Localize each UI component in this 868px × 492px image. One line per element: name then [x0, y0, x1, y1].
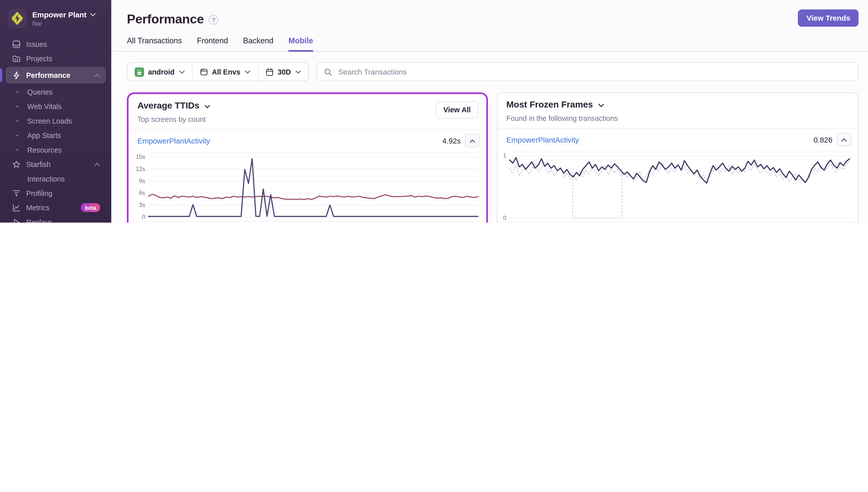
svg-text:0: 0 [142, 214, 145, 219]
org-switcher[interactable]: Empower Plant Nar [0, 8, 111, 37]
org-subtitle: Nar [32, 20, 95, 26]
sidebar-item-replays[interactable]: Replays [5, 215, 106, 223]
bullet-icon: • [12, 117, 22, 124]
svg-text:0: 0 [503, 215, 506, 220]
page-filters: android All Envs 30D [127, 63, 309, 81]
transaction-link[interactable]: EmpowerPlantActivity [137, 137, 210, 145]
org-name: Empower Plant [32, 10, 86, 19]
sidebar-item-resources[interactable]: •Resources [5, 143, 106, 157]
panel-title-dropdown[interactable]: Most Frozen Frames [506, 100, 849, 110]
sidebar-item-performance[interactable]: Performance [5, 67, 106, 83]
metric-value: 4.92s [442, 137, 461, 145]
sidebar-item-label: Starfish [26, 160, 51, 168]
environment-filter[interactable]: All Envs [192, 63, 258, 81]
chevron-down-icon [245, 70, 250, 74]
main-content: Performance ? View Trends All Transactio… [111, 0, 868, 223]
tab-all-transactions[interactable]: All Transactions [127, 36, 182, 51]
issues-icon [11, 40, 21, 48]
sidebar-item-projects[interactable]: Projects [5, 51, 106, 66]
bullet-icon: • [12, 146, 22, 153]
chevron-up-icon [94, 73, 100, 77]
svg-text:9s: 9s [139, 178, 145, 184]
date-range-label: 30D [278, 68, 291, 76]
bullet-icon: • [12, 103, 22, 110]
svg-text:6s: 6s [139, 190, 145, 196]
metric-value: 0.826 [814, 136, 833, 144]
environment-filter-label: All Envs [212, 68, 240, 76]
sidebar-item-queries[interactable]: •Queries [5, 84, 106, 99]
panel-subtitle: Found in the following transactions [506, 114, 849, 122]
svg-text:15s: 15s [136, 154, 145, 160]
chevron-down-icon [598, 103, 604, 107]
date-range-filter[interactable]: 30D [258, 63, 308, 81]
chevron-down-icon [90, 13, 95, 16]
chevron-down-icon [204, 104, 210, 108]
svg-text:1: 1 [503, 152, 506, 159]
filter-bar: android All Envs 30D [111, 52, 868, 81]
project-filter-label: android [148, 68, 175, 76]
page-title: Performance [127, 11, 204, 27]
tab-bar: All TransactionsFrontendBackendMobile [111, 27, 868, 51]
sidebar-item-app-starts[interactable]: •App Starts [5, 128, 106, 142]
page-header: Performance ? View Trends All Transactio… [111, 0, 868, 52]
metrics-badge: beta [81, 203, 100, 212]
view-trends-button[interactable]: View Trends [798, 9, 859, 27]
panel-title: Most Frozen Frames [506, 100, 593, 110]
sidebar-item-label: Metrics [26, 203, 50, 212]
tab-mobile[interactable]: Mobile [288, 36, 313, 51]
sidebar-item-starfish[interactable]: Starfish [5, 157, 106, 171]
sidebar-item-label: Screen Loads [27, 117, 72, 125]
metrics-icon [11, 203, 21, 212]
tab-frontend[interactable]: Frontend [197, 36, 228, 51]
project-filter[interactable]: android [127, 63, 192, 81]
collapse-row-button[interactable] [837, 133, 851, 146]
panel-subtitle: Top screens by count [137, 115, 477, 124]
sidebar-item-label: Projects [26, 54, 52, 63]
view-all-button[interactable]: View All [435, 101, 479, 119]
play-icon [11, 218, 21, 223]
sidebar: Empower Plant Nar IssuesProjectsPerforma… [0, 0, 111, 223]
sidebar-item-interactions[interactable]: Interactions [5, 171, 106, 186]
sidebar-nav: IssuesProjectsPerformance•Queries•Web Vi… [0, 37, 111, 223]
sidebar-item-screen-loads[interactable]: •Screen Loads [5, 114, 106, 128]
svg-text:3s: 3s [139, 202, 145, 208]
collapse-row-button[interactable] [465, 134, 480, 148]
sidebar-item-web-vitals[interactable]: •Web Vitals [5, 99, 106, 113]
sidebar-item-profiling[interactable]: Profiling [5, 186, 106, 200]
average-ttids-panel: Average TTIDs Top screens by count View … [127, 92, 488, 223]
environment-icon [200, 68, 208, 76]
star-icon [11, 160, 21, 168]
calendar-icon [265, 68, 274, 76]
average-ttids-chart: 15s12s9s6s3s0 [132, 151, 479, 219]
lightning-icon [11, 71, 21, 79]
sidebar-item-label: Replays [26, 218, 52, 223]
sidebar-item-label: App Starts [27, 131, 61, 140]
chevron-up-icon [94, 162, 100, 166]
most-frozen-frames-chart: 10 [501, 150, 850, 220]
app-window: Empower Plant Nar IssuesProjectsPerforma… [0, 0, 868, 223]
sidebar-item-metrics[interactable]: Metricsbeta [5, 200, 106, 215]
sidebar-item-label: Profiling [26, 189, 52, 197]
sidebar-item-label: Web Vitals [27, 102, 61, 110]
tab-backend[interactable]: Backend [243, 36, 273, 51]
bullet-icon: • [12, 132, 22, 139]
search-input[interactable] [337, 67, 851, 77]
sidebar-item-label: Queries [27, 88, 53, 96]
bullet-icon: • [12, 89, 22, 95]
search-icon [324, 68, 332, 76]
panel-title: Average TTIDs [137, 101, 199, 111]
help-tooltip-icon[interactable]: ? [209, 15, 219, 25]
sidebar-item-label: Issues [26, 40, 47, 48]
svg-text:12s: 12s [136, 166, 145, 172]
sidebar-item-issues[interactable]: Issues [5, 37, 106, 51]
profiling-icon [11, 189, 21, 197]
sidebar-item-label: Resources [27, 146, 62, 154]
android-project-icon [135, 67, 144, 77]
org-logo-icon [8, 9, 27, 28]
transaction-link[interactable]: EmpowerPlantActivity [506, 136, 579, 144]
search-field [316, 63, 859, 81]
panel-title-dropdown[interactable]: Average TTIDs [137, 101, 477, 111]
sidebar-item-label: Performance [26, 71, 71, 79]
chevron-down-icon [179, 70, 184, 74]
sidebar-item-label: Interactions [27, 174, 65, 183]
